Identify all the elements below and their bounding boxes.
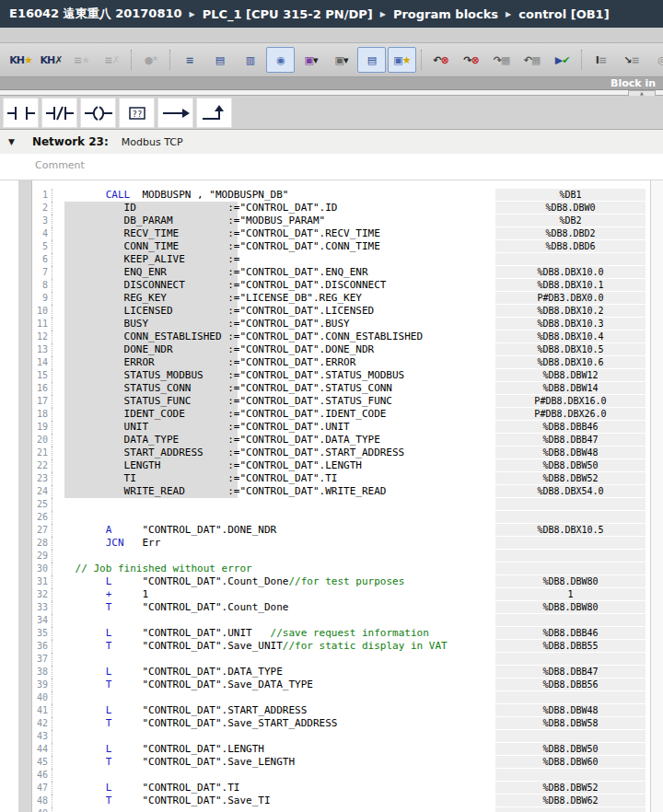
code-text[interactable]: T "CONTROL_DAT".Save_TI [69, 795, 271, 807]
code-text[interactable]: T "CONTROL_DAT".Save_START_ADDRESS [69, 717, 337, 730]
code-text[interactable]: T "CONTROL_DAT".Save_LENGTH [69, 756, 295, 769]
code-text[interactable]: T "CONTROL_DAT".Save_UNIT//for static di… [69, 640, 448, 653]
no-contact-button[interactable] [3, 98, 39, 128]
code-text[interactable]: ID :="CONTROL_DAT".ID [69, 202, 337, 215]
insert-instruction-button[interactable]: ▣▾ [297, 47, 325, 73]
breadcrumb-segment[interactable]: control [OB1] [518, 7, 609, 21]
code-text[interactable]: ERROR :="CONTROL_DAT".ERROR [69, 356, 355, 369]
upload-button[interactable]: ↶▦ [518, 47, 546, 73]
code-text[interactable]: L "CONTROL_DAT".DATA_TYPE [69, 666, 283, 679]
line-number: 14 [31, 356, 52, 369]
data-block-icon: * [152, 54, 157, 66]
line-number: 25 [31, 498, 52, 511]
keyword: L [106, 627, 143, 639]
compile-button[interactable]: ▶✔ [548, 47, 576, 73]
absolute-symbolic-button[interactable]: I≡ [587, 47, 615, 73]
update-calls-button[interactable]: ▣★ [388, 47, 416, 73]
insert-network-button[interactable]: KH★ [6, 47, 35, 73]
code-line: 23 TI :="CONTROL_DAT".TI%DB8.DBW52 [0, 472, 663, 485]
code-text[interactable]: WRITE_READ :="CONTROL_DAT".WRITE_READ [69, 485, 386, 498]
download-button[interactable]: ↷▦ [487, 47, 516, 73]
line-number: 35 [31, 627, 52, 640]
code-text[interactable]: L "CONTROL_DAT".Count_Done//for test pur… [69, 575, 404, 588]
code-text[interactable]: L "CONTROL_DAT".TI [69, 782, 239, 795]
keyword: L [106, 575, 143, 587]
collapse-networks-button[interactable]: ▥ [236, 47, 264, 73]
insert-comment-button[interactable]: ▣▾ [327, 47, 355, 73]
code-text[interactable]: KEEP_ALIVE := [69, 253, 239, 266]
code-text[interactable]: // Job finished without error [69, 563, 252, 575]
code-text[interactable]: UNIT :="CONTROL_DAT".UNIT [69, 421, 350, 434]
data-block-button[interactable]: ●* [136, 47, 165, 73]
nc-contact-button[interactable] [41, 98, 77, 128]
code-text[interactable]: JCN Err [69, 537, 160, 550]
coil-button[interactable] [80, 98, 116, 128]
code-rows: 1 CALL MODBUSPN , "MODBUSPN_DB"%DB12 ID … [0, 189, 663, 812]
open-branch-button[interactable] [157, 98, 193, 128]
code-text[interactable]: A "CONTROL_DAT".DONE_NDR [69, 524, 276, 537]
code-text[interactable]: DISCONNECT :="CONTROL_DAT".DISCONNECT [69, 279, 386, 292]
symbol-info-button[interactable]: ↘≡ [617, 47, 646, 73]
delete-network-button[interactable]: KH✗ [37, 47, 65, 73]
code-line: 28 JCN Err [0, 537, 663, 550]
code-text[interactable]: LENGTH :="CONTROL_DAT".LENGTH [69, 459, 362, 472]
breadcrumb-separator-icon: ▶ [190, 10, 195, 18]
code-operand [69, 189, 106, 201]
code-text[interactable]: CALL MODBUSPN , "MODBUSPN_DB" [69, 189, 288, 202]
code-text[interactable]: BUSY :="CONTROL_DAT".BUSY [69, 318, 350, 331]
code-text[interactable]: T "CONTROL_DAT".Save_DATA_TYPE [69, 679, 313, 691]
code-text[interactable]: CONN_ESTABLISHED :="CONTROL_DAT".CONN_ES… [69, 331, 423, 343]
code-text[interactable]: ENQ_ENR :="CONTROL_DAT".ENQ_ENR [69, 266, 368, 279]
search-button[interactable]: ◎ [647, 47, 663, 73]
code-text[interactable]: RECV_TIME :="CONTROL_DAT".RECV_TIME [69, 227, 380, 240]
code-text[interactable]: STATUS_CONN :="CONTROL_DAT".STATUS_CONN [69, 382, 392, 395]
breadcrumb-segment[interactable]: E16042 遠東重八 20170810 [9, 6, 182, 22]
code-text[interactable]: L "CONTROL_DAT".LENGTH [69, 743, 264, 756]
comments-toggle-button[interactable]: ◉ [266, 47, 295, 73]
block-interface-bar[interactable]: Block in [0, 77, 663, 89]
code-text[interactable]: DB_PARAM :="MODBUS_PARAM" [69, 215, 325, 227]
code-line: 5 CONN_TIME :="CONTROL_DAT".CONN_TIME%DB… [0, 240, 663, 253]
network-header[interactable]: ▼ Network 23: Modbus TCP [0, 130, 663, 154]
insert-instruction-icon: ▣ [305, 54, 313, 66]
freeform-comment-button[interactable]: ▤ [357, 47, 386, 73]
code-text[interactable]: CONN_TIME :="CONTROL_DAT".CONN_TIME [69, 240, 380, 253]
breadcrumb-segment[interactable]: Program blocks [393, 7, 498, 21]
breadcrumb-segment[interactable]: PLC_1 [CPU 315-2 PN/DP] [203, 7, 373, 21]
code-line: 47 L "CONTROL_DAT".TI%DB8.DBW52 [0, 782, 663, 795]
code-text[interactable]: T "CONTROL_DAT".Count_Done [69, 601, 288, 614]
network-collapse-icon[interactable]: ▼ [8, 137, 15, 146]
network-comment-field[interactable]: Comment [0, 154, 663, 180]
empty-box-button[interactable]: ?? [119, 98, 155, 128]
code-text[interactable]: + 1 [69, 588, 148, 601]
code-text[interactable]: START_ADDRESS :="CONTROL_DAT".START_ADDR… [69, 447, 404, 459]
code-text[interactable]: L "CONTROL_DAT".START_ADDRESS [69, 704, 307, 717]
code-text[interactable]: L "CONTROL_DAT".UNIT //save request info… [69, 627, 429, 640]
code-operand [69, 575, 106, 587]
operand-address: %DB8.DBB47 [495, 666, 646, 678]
code-text[interactable]: STATUS_FUNC :="CONTROL_DAT".STATUS_FUNC [69, 395, 392, 408]
close-branch-button[interactable] [196, 98, 232, 128]
undo-button[interactable]: ↶⊗ [426, 47, 455, 73]
code-text[interactable]: REG_KEY :="LICENSE_DB".REG_KEY [69, 292, 362, 305]
code-text[interactable]: DONE_NDR :="CONTROL_DAT".DONE_NDR [69, 343, 374, 356]
expand-networks-button[interactable]: ▤ [205, 47, 234, 73]
code-text[interactable]: TI :="CONTROL_DAT".TI [69, 472, 337, 485]
code-text[interactable]: STATUS_MODBUS :="CONTROL_DAT".STATUS_MOD… [69, 369, 404, 382]
renumber-button[interactable]: ≡✗ [98, 47, 126, 73]
code-text[interactable]: LICENSED :="CONTROL_DAT".LICENSED [69, 305, 374, 318]
code-operand: "CONTROL_DAT".Count_Done [143, 575, 289, 587]
network-list-button[interactable]: ≡ [175, 47, 204, 73]
code-text[interactable]: IDENT_CODE :="CONTROL_DAT".IDENT_CODE [69, 408, 386, 421]
breadcrumb-separator-icon: ▶ [380, 10, 386, 18]
auto-number-button[interactable]: ≡★ [67, 47, 96, 73]
redo-button[interactable]: ↷⊗ [457, 47, 485, 73]
code-text[interactable]: DATA_TYPE :="CONTROL_DAT".DATA_TYPE [69, 434, 380, 447]
line-number: 5 [31, 240, 52, 253]
operand-address [495, 769, 646, 781]
code-line: 11 BUSY :="CONTROL_DAT".BUSY%DB8.DBX10.3 [0, 318, 663, 331]
symbol-info-icon: ≡ [632, 54, 639, 66]
keyword: + [106, 588, 143, 600]
interface-splitter[interactable]: ▲ [0, 89, 663, 96]
code-operand [69, 601, 106, 613]
